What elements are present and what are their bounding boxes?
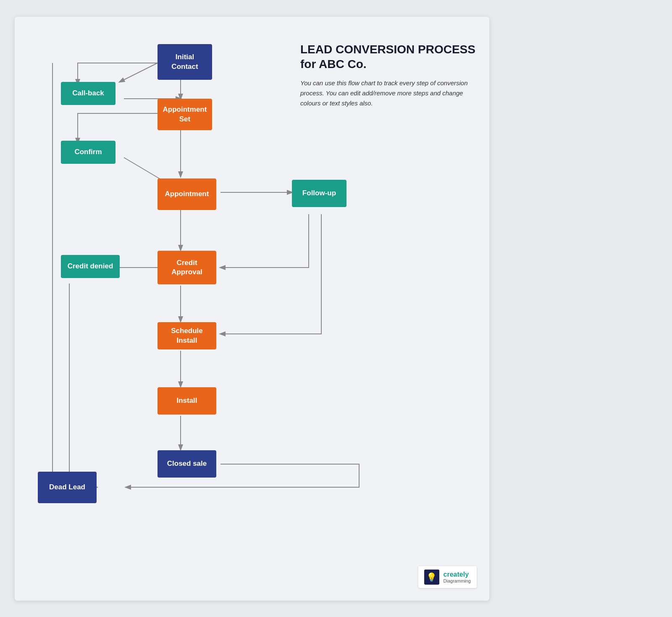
confirm-node: Confirm <box>61 141 116 164</box>
install-node: Install <box>158 387 216 415</box>
info-desc: You can use this flow chart to track eve… <box>300 78 477 108</box>
badge-name: creately <box>444 571 471 578</box>
badge-bulb-icon: 💡 <box>424 570 439 585</box>
svg-line-6 <box>120 63 158 82</box>
closed-sale-node: Closed sale <box>158 450 216 478</box>
dead-lead-node: Dead Lead <box>38 472 97 503</box>
followup-node: Follow-up <box>292 180 346 207</box>
schedule-install-node: Schedule Install <box>158 322 216 349</box>
badge-text: creately Diagramming <box>444 571 471 583</box>
badge-sub: Diagramming <box>444 578 471 583</box>
main-container: LEAD CONVERSION PROCESS for ABC Co. You … <box>15 17 489 601</box>
info-panel: LEAD CONVERSION PROCESS for ABC Co. You … <box>300 42 477 108</box>
appointment-set-node: Appointment Set <box>158 99 212 130</box>
info-title: LEAD CONVERSION PROCESS for ABC Co. <box>300 42 477 71</box>
initial-contact-node: Initial Contact <box>158 44 212 80</box>
creately-badge: 💡 creately Diagramming <box>418 566 477 588</box>
callback-node: Call-back <box>61 82 116 105</box>
credit-denied-node: Credit denied <box>61 255 120 278</box>
appointment-node: Appointment <box>158 179 216 210</box>
credit-approval-node: Credit Approval <box>158 251 216 284</box>
